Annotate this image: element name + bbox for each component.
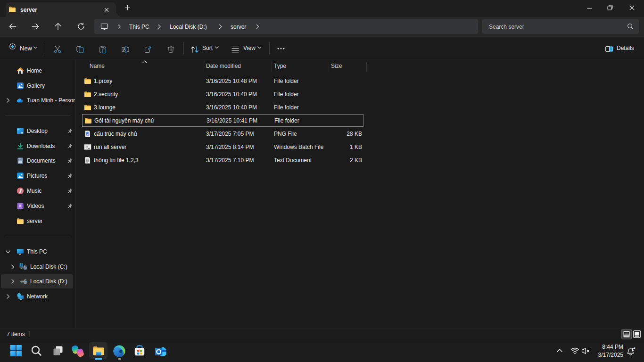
svg-text:z: z — [634, 346, 636, 349]
